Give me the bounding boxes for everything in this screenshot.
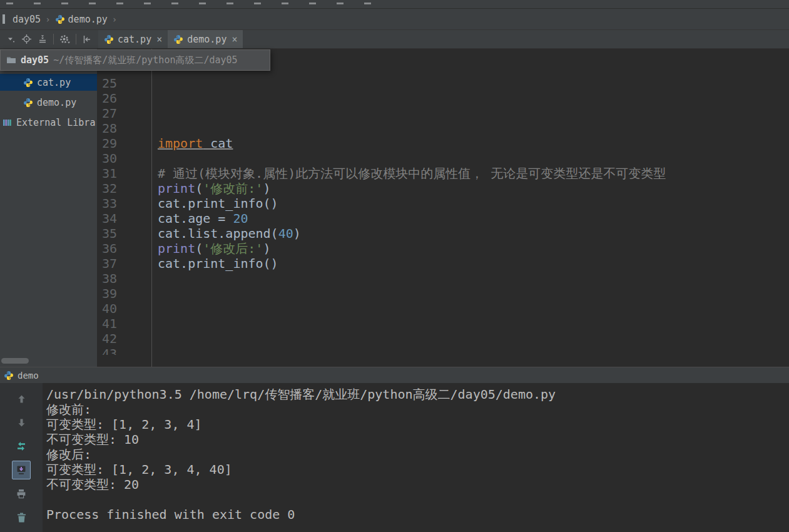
breadcrumb-label: demo.py bbox=[68, 14, 108, 25]
line-number: 31 bbox=[97, 166, 151, 181]
clear-all-button[interactable] bbox=[13, 509, 30, 526]
toolbar-handle bbox=[3, 14, 5, 24]
project-item-label: demo.py bbox=[37, 97, 76, 108]
line-number: 29 bbox=[97, 136, 151, 151]
print-button[interactable] bbox=[13, 485, 30, 503]
console-line: 修改后: bbox=[46, 447, 789, 462]
rerun-button[interactable] bbox=[13, 437, 30, 455]
console-toolbar-slot bbox=[0, 506, 43, 529]
library-icon bbox=[3, 118, 13, 128]
next-occurrence-button[interactable] bbox=[13, 414, 30, 431]
dock-icon[interactable] bbox=[82, 34, 92, 44]
line-number: 28 bbox=[97, 121, 151, 136]
line-number: 36 bbox=[97, 241, 151, 256]
collapse-icon[interactable] bbox=[38, 34, 48, 44]
console-line: 不可变类型: 20 bbox=[46, 477, 789, 492]
run-tab[interactable]: demo bbox=[0, 367, 789, 383]
python-icon bbox=[173, 34, 183, 44]
code-line: print('修改前:') bbox=[158, 181, 789, 196]
console-output[interactable]: /usr/bin/python3.5 /home/lrq/传智播客/就业班/py… bbox=[43, 383, 789, 532]
code-line: # 通过(模块对象.属性)此方法可以修改模块中的属性值， 无论是可变类型还是不可… bbox=[158, 166, 789, 181]
menu-bar-clipped-text bbox=[6, 3, 388, 4]
line-number: 40 bbox=[97, 301, 151, 316]
line-number: 26 bbox=[97, 91, 151, 106]
line-number: 34 bbox=[97, 211, 151, 226]
console-line: 不可变类型: 10 bbox=[46, 432, 789, 447]
code-line bbox=[158, 151, 789, 166]
line-number: 38 bbox=[97, 271, 151, 286]
project-item-label: cat.py bbox=[37, 77, 71, 88]
editor-viewport: 25262728293031323334353637383940414243 i… bbox=[97, 49, 789, 355]
dropdown-icon[interactable] bbox=[6, 34, 16, 44]
python-icon bbox=[104, 34, 114, 44]
console-toolbar-slot bbox=[0, 411, 43, 434]
toolbar-divider bbox=[53, 34, 54, 44]
code-line: cat.age = 20 bbox=[158, 211, 789, 226]
line-number: 39 bbox=[97, 286, 151, 301]
code-line bbox=[158, 91, 789, 106]
console-toolbar-slot bbox=[0, 387, 43, 411]
console-toolbar bbox=[0, 383, 43, 532]
line-number: 37 bbox=[97, 256, 151, 271]
close-icon[interactable]: × bbox=[232, 34, 237, 45]
popup-project-name: day05 bbox=[21, 54, 49, 66]
line-number: 27 bbox=[97, 106, 151, 121]
code-line bbox=[158, 121, 789, 136]
menu-bar bbox=[0, 0, 789, 9]
code-line bbox=[158, 76, 789, 91]
code-line bbox=[158, 271, 789, 286]
gear-icon[interactable] bbox=[59, 34, 70, 44]
code-line: cat.print_info() bbox=[158, 196, 789, 211]
console-line: 可变类型: [1, 2, 3, 4, 40] bbox=[46, 462, 789, 477]
console-line: 可变类型: [1, 2, 3, 4] bbox=[46, 417, 789, 432]
run-tab-label: demo bbox=[18, 371, 39, 381]
line-number: 30 bbox=[97, 151, 151, 166]
code-line bbox=[158, 346, 789, 355]
line-number: 33 bbox=[97, 196, 151, 211]
tab-cat-py[interactable]: cat.py× bbox=[98, 30, 168, 48]
editor-code[interactable]: import cat# 通过(模块对象.属性)此方法可以修改模块中的属性值， 无… bbox=[158, 76, 789, 355]
project-tree: cat.pydemo.pyExternal Libra bbox=[0, 74, 97, 134]
console-toolbar-slot bbox=[0, 434, 43, 458]
console-toolbar-slot bbox=[0, 482, 43, 506]
editor[interactable]: 25262728293031323334353637383940414243 i… bbox=[97, 49, 789, 367]
project-item-demo-py[interactable]: demo.py bbox=[0, 94, 97, 111]
code-line bbox=[158, 286, 789, 301]
python-icon bbox=[4, 371, 14, 381]
popup-project-path: ~/传智播客/就业班/python高级二/day05 bbox=[53, 54, 238, 66]
breadcrumb-label: day05 bbox=[13, 14, 41, 25]
locate-icon[interactable] bbox=[21, 34, 32, 44]
folder-icon bbox=[6, 55, 16, 65]
close-icon[interactable]: × bbox=[156, 34, 162, 45]
code-line bbox=[158, 316, 789, 331]
editor-toolbar bbox=[0, 30, 98, 48]
console-line: /usr/bin/python3.5 /home/lrq/传智播客/就业班/py… bbox=[46, 387, 789, 402]
python-icon bbox=[23, 98, 33, 108]
breadcrumb-item-day05[interactable]: day05 bbox=[13, 14, 41, 25]
scroll-to-end-button[interactable] bbox=[12, 461, 31, 479]
project-hscrollbar-thumb[interactable] bbox=[1, 358, 29, 364]
toolbar-divider bbox=[76, 34, 76, 44]
tab-label: demo.py bbox=[187, 34, 227, 45]
breadcrumb-item-demo-py[interactable]: demo.py bbox=[55, 14, 108, 25]
console-line: Process finished with exit code 0 bbox=[46, 507, 789, 522]
python-icon bbox=[55, 14, 65, 24]
editor-tabs: cat.py×demo.py× bbox=[98, 30, 243, 48]
project-item-cat-py[interactable]: cat.py bbox=[0, 74, 97, 91]
project-item-external-libra[interactable]: External Libra bbox=[0, 114, 97, 131]
tab-demo-py[interactable]: demo.py× bbox=[168, 30, 243, 48]
code-line: cat.list.append(40) bbox=[158, 226, 789, 241]
chevron-right-icon: › bbox=[45, 14, 50, 24]
tab-label: cat.py bbox=[118, 34, 151, 45]
python-icon bbox=[23, 78, 33, 88]
console-line bbox=[46, 492, 789, 507]
console-line: 修改前: bbox=[46, 402, 789, 417]
line-number: 42 bbox=[97, 331, 151, 346]
prev-occurrence-button[interactable] bbox=[13, 390, 30, 407]
code-line: cat.print_info() bbox=[158, 256, 789, 271]
code-line bbox=[158, 301, 789, 316]
project-item-label: External Libra bbox=[16, 117, 95, 128]
tab-bar: cat.py×demo.py× bbox=[0, 30, 789, 49]
project-path-popup: day05 ~/传智播客/就业班/python高级二/day05 bbox=[0, 49, 270, 71]
code-line: import cat bbox=[158, 136, 789, 151]
